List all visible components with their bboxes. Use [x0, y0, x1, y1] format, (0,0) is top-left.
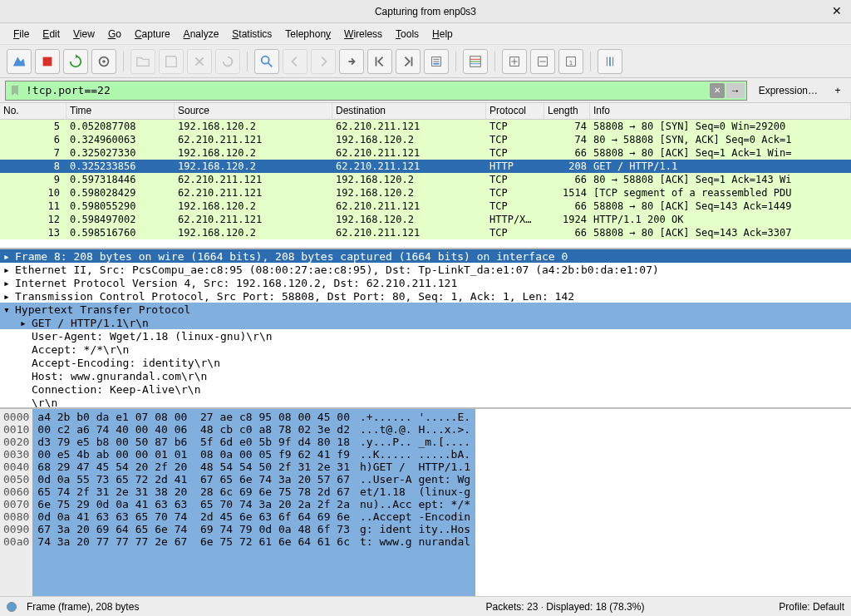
- toolbar-separator: [590, 52, 591, 71]
- toolbar-separator: [455, 52, 456, 71]
- svg-point-3: [262, 56, 269, 63]
- capture-options-button[interactable]: [91, 49, 116, 74]
- tree-http-ua[interactable]: User-Agent: Wget/1.18 (linux-gnu)\r\n: [0, 329, 851, 342]
- go-forward-button: [311, 49, 336, 74]
- zoom-out-button[interactable]: [530, 49, 555, 74]
- bookmark-icon[interactable]: [9, 85, 21, 96]
- statusbar: Frame (frame), 208 bytes Packets: 23 · D…: [0, 596, 851, 616]
- status-left: Frame (frame), 208 bytes: [27, 601, 386, 613]
- display-filter-input[interactable]: [22, 84, 710, 96]
- packet-row[interactable]: 100.59802842962.210.211.121192.168.120.2…: [0, 186, 851, 200]
- filter-input-container: ✕ →: [5, 81, 747, 101]
- packet-details-pane[interactable]: ▸Frame 8: 208 bytes on wire (1664 bits),…: [0, 248, 851, 407]
- packet-row[interactable]: 90.59731844662.210.211.121192.168.120.2T…: [0, 173, 851, 186]
- zoom-in-button[interactable]: [502, 49, 527, 74]
- expand-icon[interactable]: ▸: [20, 317, 32, 329]
- svg-text:1: 1: [569, 58, 573, 66]
- tree-http-conn[interactable]: Connection: Keep-Alive\r\n: [0, 382, 851, 396]
- restart-capture-button[interactable]: [63, 49, 88, 74]
- go-to-packet-button[interactable]: [339, 49, 364, 74]
- hex-offsets: 0000001000200030004000500060007000800090…: [0, 409, 32, 596]
- menu-analyze[interactable]: Analyze: [179, 27, 224, 42]
- packet-row[interactable]: 60.32496006362.210.211.121192.168.120.2T…: [0, 133, 851, 146]
- col-header-length[interactable]: Length: [544, 103, 590, 119]
- zoom-reset-button[interactable]: 1: [558, 49, 583, 74]
- toolbar-separator: [123, 52, 124, 71]
- menu-go[interactable]: Go: [103, 27, 126, 42]
- tree-http-accept[interactable]: Accept: */*\r\n: [0, 342, 851, 356]
- expression-button[interactable]: Expression…: [750, 83, 826, 98]
- stop-capture-button[interactable]: [35, 49, 60, 74]
- tree-http-end[interactable]: \r\n: [0, 396, 851, 407]
- col-header-protocol[interactable]: Protocol: [486, 103, 544, 119]
- go-last-button[interactable]: [396, 49, 421, 74]
- svg-rect-0: [43, 57, 52, 66]
- tree-http[interactable]: ▾Hypertext Transfer Protocol: [0, 303, 851, 316]
- tree-http-host[interactable]: Host: www.gnurandal.com\r\n: [0, 369, 851, 382]
- toolbar-separator: [247, 52, 248, 71]
- open-file-button: [130, 49, 155, 74]
- packet-row[interactable]: 130.598516760192.168.120.262.210.211.121…: [0, 226, 851, 239]
- tree-tcp[interactable]: ▸Transmission Control Protocol, Src Port…: [0, 289, 851, 303]
- apply-filter-icon[interactable]: →: [726, 83, 745, 98]
- auto-scroll-button[interactable]: [424, 49, 449, 74]
- tree-ip[interactable]: ▸Internet Protocol Version 4, Src: 192.1…: [0, 276, 851, 289]
- menu-edit[interactable]: Edit: [37, 27, 65, 42]
- find-button[interactable]: [254, 49, 279, 74]
- go-first-button[interactable]: [367, 49, 392, 74]
- menu-tools[interactable]: Tools: [391, 27, 424, 42]
- expand-icon[interactable]: ▸: [3, 290, 15, 303]
- menu-statistics[interactable]: Statistics: [227, 27, 277, 42]
- add-filter-button[interactable]: +: [829, 83, 846, 98]
- reload-button: [215, 49, 240, 74]
- menu-capture[interactable]: Capture: [130, 27, 175, 42]
- toolbar-separator: [494, 52, 495, 71]
- packet-row[interactable]: 80.325233856192.168.120.262.210.211.121H…: [0, 160, 851, 173]
- expand-icon[interactable]: ▸: [3, 277, 15, 289]
- packet-row[interactable]: 110.598055290192.168.120.262.210.211.121…: [0, 200, 851, 213]
- tree-http-enc[interactable]: Accept-Encoding: identity\r\n: [0, 356, 851, 369]
- packet-row[interactable]: 120.59849700262.210.211.121192.168.120.2…: [0, 213, 851, 226]
- svg-line-4: [268, 62, 273, 67]
- resize-columns-button[interactable]: [598, 49, 622, 74]
- tree-http-get[interactable]: ▸GET / HTTP/1.1\r\n: [0, 316, 851, 329]
- colorize-button[interactable]: [463, 49, 488, 74]
- menu-file[interactable]: File: [8, 27, 34, 42]
- save-button: [159, 49, 184, 74]
- expert-info-icon[interactable]: [7, 602, 17, 612]
- filter-bar: ✕ → Expression… +: [0, 78, 851, 103]
- hex-bytes[interactable]: a4 2b b0 da e1 07 08 00 27 ae c8 95 08 0…: [32, 409, 355, 596]
- expand-icon[interactable]: ▸: [3, 250, 15, 263]
- window-title: Capturing from enp0s3: [375, 6, 476, 17]
- status-profile[interactable]: Profile: Default: [745, 601, 844, 613]
- col-header-source[interactable]: Source: [175, 103, 332, 119]
- packet-row[interactable]: 50.052087708192.168.120.262.210.211.121T…: [0, 120, 851, 133]
- tree-ethernet[interactable]: ▸Ethernet II, Src: PcsCompu_ae:c8:95 (08…: [0, 263, 851, 276]
- go-back-button: [283, 49, 307, 74]
- menu-telephony[interactable]: Telephony: [280, 27, 336, 42]
- col-header-no[interactable]: No.: [0, 103, 66, 119]
- close-file-button: [187, 49, 212, 74]
- col-header-info[interactable]: Info: [590, 103, 851, 119]
- svg-point-2: [102, 60, 106, 63]
- packet-list-pane: No. Time Source Destination Protocol Len…: [0, 103, 851, 248]
- hex-ascii[interactable]: .+...... '.....E....t@.@. H...x.>..y...P…: [355, 409, 475, 596]
- shark-icon[interactable]: [7, 49, 32, 74]
- menu-wireless[interactable]: Wireless: [339, 27, 387, 42]
- status-packets: Packets: 23 · Displayed: 18 (78.3%): [386, 601, 745, 613]
- packet-list-header[interactable]: No. Time Source Destination Protocol Len…: [0, 103, 851, 120]
- packet-list-body[interactable]: 50.052087708192.168.120.262.210.211.121T…: [0, 120, 851, 248]
- col-header-time[interactable]: Time: [66, 103, 175, 119]
- packet-bytes-pane[interactable]: 0000001000200030004000500060007000800090…: [0, 407, 851, 596]
- toolbar: 1: [0, 45, 851, 78]
- titlebar: Capturing from enp0s3 ✕: [0, 0, 851, 23]
- close-icon[interactable]: ✕: [829, 3, 844, 18]
- packet-row[interactable]: 70.325027330192.168.120.262.210.211.121T…: [0, 146, 851, 160]
- col-header-destination[interactable]: Destination: [332, 103, 486, 119]
- tree-frame-summary[interactable]: ▸Frame 8: 208 bytes on wire (1664 bits),…: [0, 249, 851, 263]
- menu-view[interactable]: View: [68, 27, 100, 42]
- clear-filter-icon[interactable]: ✕: [710, 83, 725, 98]
- collapse-icon[interactable]: ▾: [3, 303, 15, 316]
- expand-icon[interactable]: ▸: [3, 264, 15, 276]
- menu-help[interactable]: Help: [427, 27, 458, 42]
